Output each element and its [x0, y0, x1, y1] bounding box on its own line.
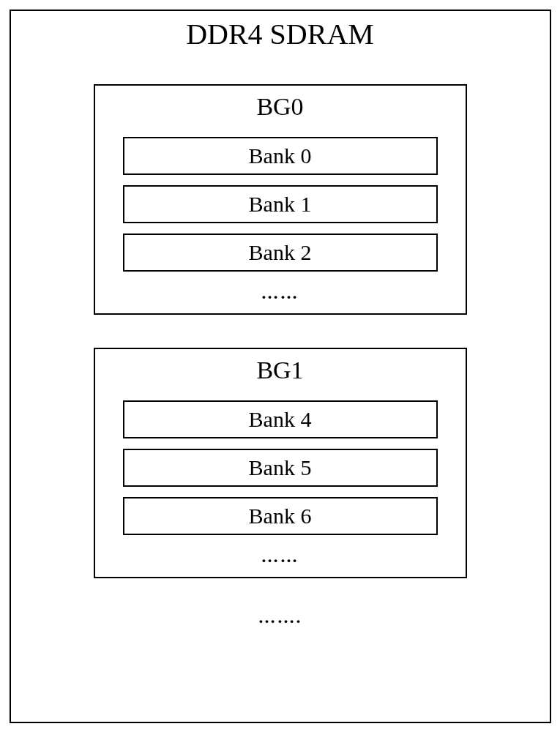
ellipsis: …… — [261, 547, 299, 567]
bank-row: Bank 0 — [123, 137, 438, 175]
bg0-title: BG0 — [256, 93, 303, 121]
bank-group-bg0: BG0 Bank 0 Bank 1 Bank 2 …… — [94, 84, 467, 315]
bank-row: Bank 6 — [123, 497, 438, 535]
ddr4-sdram-container: DDR4 SDRAM BG0 Bank 0 Bank 1 Bank 2 …… B… — [10, 10, 551, 723]
bank-row: Bank 4 — [123, 400, 438, 438]
main-title: DDR4 SDRAM — [186, 17, 374, 51]
bank-row: Bank 2 — [123, 234, 438, 272]
bank-row: Bank 5 — [123, 449, 438, 487]
bg1-title: BG1 — [256, 356, 303, 384]
ellipsis: …… — [261, 283, 299, 303]
bank-row: Bank 1 — [123, 185, 438, 223]
bottom-ellipsis: ……. — [258, 608, 302, 627]
bank-group-bg1: BG1 Bank 4 Bank 5 Bank 6 …… — [94, 348, 467, 578]
